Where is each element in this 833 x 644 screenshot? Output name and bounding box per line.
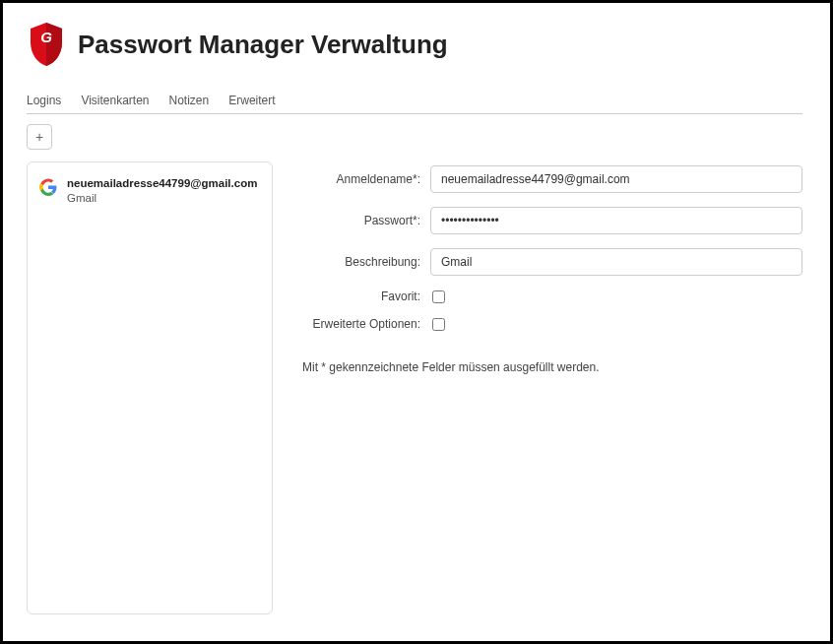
- add-button[interactable]: +: [27, 124, 52, 150]
- main-area: neuemailadresse44799@gmail.com Gmail Anm…: [27, 161, 802, 614]
- tab-erweitert[interactable]: Erweitert: [228, 94, 275, 107]
- password-input[interactable]: [430, 207, 802, 234]
- row-login-name: Anmeldename*:: [302, 165, 802, 193]
- tab-logins[interactable]: Logins: [27, 94, 61, 107]
- entries-list: neuemailadresse44799@gmail.com Gmail: [27, 161, 273, 614]
- detail-form: Anmeldename*: Passwort*: Beschreibung: F…: [302, 161, 802, 614]
- advanced-options-checkbox[interactable]: [432, 318, 445, 331]
- description-label: Beschreibung:: [302, 255, 430, 269]
- password-label: Passwort*:: [302, 214, 430, 227]
- app-header: G Passwort Manager Verwaltung: [27, 21, 802, 68]
- required-fields-note: Mit * gekennzeichnete Felder müssen ausg…: [302, 360, 802, 374]
- toolbar: +: [27, 124, 802, 150]
- row-advanced-options: Erweiterte Optionen:: [302, 317, 802, 331]
- tab-visitenkarten[interactable]: Visitenkarten: [81, 94, 149, 107]
- list-item-text: neuemailadresse44799@gmail.com Gmail: [67, 176, 257, 206]
- favorite-checkbox[interactable]: [432, 290, 445, 303]
- login-name-input[interactable]: [430, 165, 802, 193]
- svg-text:G: G: [40, 29, 52, 45]
- gdata-logo-icon: G: [27, 21, 66, 68]
- row-password: Passwort*:: [302, 207, 802, 234]
- google-icon: [39, 178, 57, 196]
- list-item-subtitle: Gmail: [67, 191, 257, 206]
- description-input[interactable]: [430, 248, 802, 276]
- row-description: Beschreibung:: [302, 248, 802, 276]
- advanced-options-label: Erweiterte Optionen:: [302, 317, 430, 331]
- page-title: Passwort Manager Verwaltung: [78, 30, 448, 60]
- tab-notizen[interactable]: Notizen: [169, 94, 210, 107]
- row-favorite: Favorit:: [302, 290, 802, 303]
- favorite-label: Favorit:: [302, 290, 430, 303]
- list-item[interactable]: neuemailadresse44799@gmail.com Gmail: [39, 172, 260, 210]
- list-item-title: neuemailadresse44799@gmail.com: [67, 176, 257, 191]
- tab-bar: Logins Visitenkarten Notizen Erweitert: [27, 94, 802, 114]
- login-name-label: Anmeldename*:: [302, 172, 430, 186]
